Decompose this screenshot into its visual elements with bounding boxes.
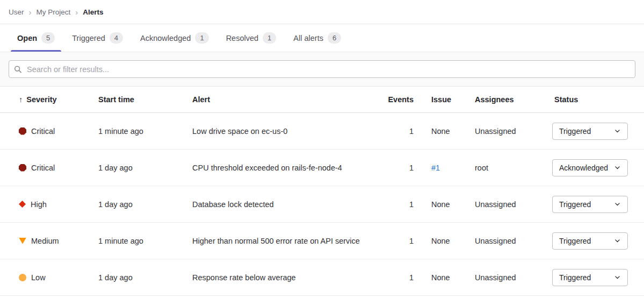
breadcrumb-project[interactable]: My Project bbox=[37, 8, 71, 16]
table-header: ↑Severity Start time Alert Events Issue … bbox=[0, 87, 644, 113]
breadcrumb-alerts: Alerts bbox=[83, 8, 103, 16]
severity-critical-icon bbox=[19, 127, 26, 135]
tab-label: Triggered bbox=[72, 34, 105, 42]
table-row[interactable]: Low 1 day ago Response rate below averag… bbox=[0, 259, 644, 296]
severity-cell: High bbox=[19, 200, 98, 209]
chevron-down-icon bbox=[614, 201, 621, 208]
tab-label: Acknowledged bbox=[140, 34, 191, 42]
alert-title-cell[interactable]: Low drive space on ec-us-0 bbox=[192, 127, 381, 136]
alert-title-cell[interactable]: Database lock detected bbox=[192, 200, 381, 209]
search-input[interactable] bbox=[9, 60, 635, 78]
status-value: Acknowledged bbox=[559, 164, 608, 172]
breadcrumb: User › My Project › Alerts bbox=[0, 0, 644, 24]
status-dropdown[interactable]: Triggered bbox=[552, 232, 628, 250]
status-value: Triggered bbox=[559, 237, 591, 245]
tab-count-badge: 6 bbox=[328, 32, 341, 44]
column-header-severity[interactable]: ↑Severity bbox=[19, 95, 98, 104]
chevron-down-icon bbox=[614, 274, 621, 281]
column-header-alert: Alert bbox=[192, 95, 381, 104]
sort-ascending-icon[interactable]: ↑ bbox=[19, 95, 23, 104]
assignees-cell: Unassigned bbox=[475, 127, 552, 136]
issue-cell: None bbox=[414, 127, 475, 136]
events-cell: 1 bbox=[381, 164, 414, 172]
severity-cell: Low bbox=[19, 273, 98, 282]
column-header-issue: Issue bbox=[414, 95, 475, 104]
status-value: Triggered bbox=[559, 200, 591, 209]
severity-label: Critical bbox=[31, 127, 55, 136]
start-time-cell: 1 day ago bbox=[98, 200, 192, 209]
alert-title-cell[interactable]: Response rate below average bbox=[192, 273, 381, 282]
assignees-cell: root bbox=[475, 164, 552, 172]
tab-label: All alerts bbox=[293, 34, 323, 42]
tab-all-alerts[interactable]: All alerts 6 bbox=[285, 24, 350, 52]
column-header-start-time[interactable]: Start time bbox=[98, 95, 192, 104]
severity-label: Critical bbox=[31, 164, 55, 172]
severity-label: High bbox=[31, 200, 47, 209]
column-header-status: Status bbox=[552, 95, 635, 104]
tab-acknowledged[interactable]: Acknowledged 1 bbox=[132, 24, 218, 52]
column-header-events[interactable]: Events bbox=[381, 95, 414, 104]
alerts-tabs: Open 5 Triggered 4 Acknowledged 1 Resolv… bbox=[0, 24, 644, 52]
tab-count-badge: 5 bbox=[41, 32, 55, 44]
severity-high-icon bbox=[19, 201, 26, 208]
alert-title-cell[interactable]: CPU threshold exceeded on rails-fe-node-… bbox=[192, 164, 381, 172]
table-row[interactable]: Medium 1 minute ago Higher than normal 5… bbox=[0, 223, 644, 259]
severity-cell: Medium bbox=[19, 237, 98, 245]
assignees-cell: Unassigned bbox=[475, 200, 552, 209]
tab-count-badge: 1 bbox=[195, 32, 208, 44]
severity-label: Low bbox=[31, 273, 46, 282]
severity-low-icon bbox=[19, 274, 26, 281]
tab-triggered[interactable]: Triggered 4 bbox=[63, 24, 132, 52]
column-header-assignees: Assignees bbox=[475, 95, 552, 104]
alert-title-cell[interactable]: Higher than normal 500 error rate on API… bbox=[192, 237, 381, 245]
assignees-cell: Unassigned bbox=[475, 273, 552, 282]
issue-cell: None bbox=[414, 200, 475, 209]
tab-resolved[interactable]: Resolved 1 bbox=[218, 24, 285, 52]
tab-label: Open bbox=[17, 34, 37, 42]
events-cell: 1 bbox=[381, 127, 414, 136]
start-time-cell: 1 day ago bbox=[98, 273, 192, 282]
tab-count-badge: 4 bbox=[110, 32, 123, 44]
table-row[interactable]: High 1 day ago Database lock detected 1 … bbox=[0, 186, 644, 223]
start-time-cell: 1 day ago bbox=[98, 164, 192, 172]
search-band bbox=[0, 52, 644, 87]
tab-count-badge: 1 bbox=[263, 32, 276, 44]
status-dropdown[interactable]: Acknowledged bbox=[552, 159, 628, 176]
events-cell: 1 bbox=[381, 200, 414, 209]
status-dropdown[interactable]: Triggered bbox=[552, 196, 628, 213]
severity-cell: Critical bbox=[19, 164, 98, 172]
severity-critical-icon bbox=[19, 164, 26, 172]
chevron-right-icon: › bbox=[29, 8, 32, 17]
tab-label: Resolved bbox=[226, 34, 258, 42]
tab-open[interactable]: Open 5 bbox=[9, 24, 63, 52]
issue-cell: None bbox=[414, 273, 475, 282]
status-dropdown[interactable]: Triggered bbox=[552, 123, 628, 140]
chevron-down-icon bbox=[614, 237, 621, 244]
search-icon bbox=[14, 65, 22, 73]
chevron-down-icon bbox=[614, 164, 621, 171]
chevron-right-icon: › bbox=[75, 8, 78, 17]
table-row[interactable]: Critical 1 day ago CPU threshold exceede… bbox=[0, 150, 644, 186]
events-cell: 1 bbox=[381, 273, 414, 282]
severity-label: Medium bbox=[31, 237, 59, 245]
issue-link[interactable]: #1 bbox=[431, 164, 440, 172]
severity-medium-icon bbox=[19, 238, 26, 244]
status-dropdown[interactable]: Triggered bbox=[552, 269, 628, 286]
status-value: Triggered bbox=[559, 127, 591, 136]
chevron-down-icon bbox=[614, 127, 621, 134]
events-cell: 1 bbox=[381, 237, 414, 245]
severity-cell: Critical bbox=[19, 127, 98, 136]
breadcrumb-user[interactable]: User bbox=[9, 8, 24, 16]
start-time-cell: 1 minute ago bbox=[98, 127, 192, 136]
start-time-cell: 1 minute ago bbox=[98, 237, 192, 245]
status-value: Triggered bbox=[559, 273, 591, 282]
issue-cell: None bbox=[414, 237, 475, 245]
table-row[interactable]: Critical 1 minute ago Low drive space on… bbox=[0, 113, 644, 150]
assignees-cell: Unassigned bbox=[475, 237, 552, 245]
